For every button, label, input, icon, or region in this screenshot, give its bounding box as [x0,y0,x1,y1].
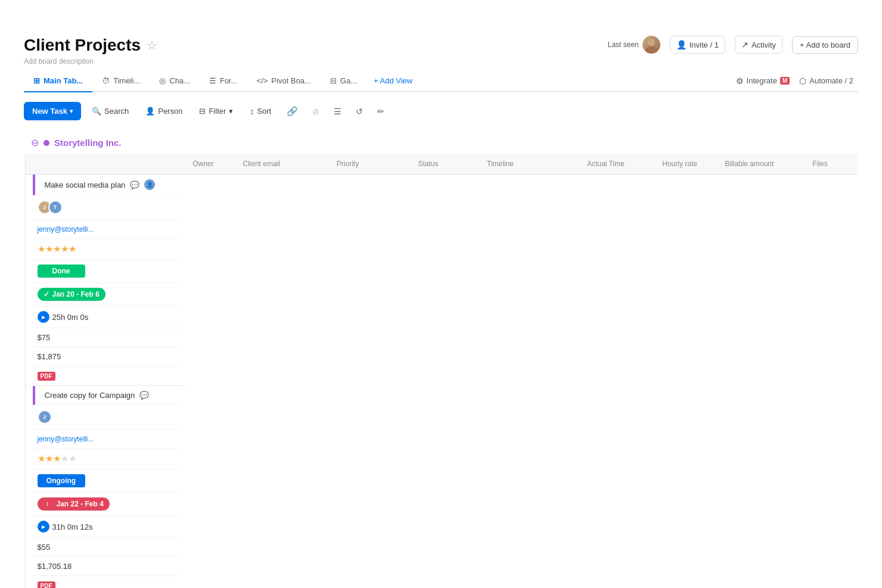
filter-button[interactable]: ⊟ Filter ▾ [193,103,239,119]
add-view-button[interactable]: + Add View [367,70,420,91]
th-owner: Owner [188,154,238,175]
comment-icon-1[interactable]: 💬 [130,181,139,189]
status-badge-1[interactable]: Done [38,265,85,278]
group1-name[interactable]: Storytelling Inc. [54,138,122,148]
tab-chart-icon: ◎ [159,76,166,85]
brush-icon[interactable]: ✏ [372,103,389,120]
last-seen: Last seen [608,36,660,54]
favorite-icon[interactable]: ☆ [147,38,157,52]
last-seen-label: Last seen [608,41,639,49]
tab-timeline-label: Timeli... [113,76,140,85]
tabs-bar: ⊞ Main Tab... ⏱ Timeli... ◎ Cha... ☰ For… [24,70,858,92]
tab-gantt[interactable]: ⊟ Ga... [321,70,367,92]
tab-gantt-label: Ga... [340,76,357,85]
stars-2[interactable]: ★★★★★ [38,455,76,463]
th-task-name [25,154,188,175]
link-icon[interactable]: 🔗 [282,102,303,120]
timer-play-2[interactable]: ▶ [38,521,49,533]
email-link-1[interactable]: jenny@storytelli... [38,225,94,234]
tab-form-label: For... [220,76,238,85]
invite-label: Invite / 1 [690,41,719,49]
td-actual-1: ▶ 25h 0m 0s [33,306,181,328]
timeline-pill-2[interactable]: ! Jan 22 - Feb 4 [38,497,110,511]
pdf-icon-1[interactable]: PDF [38,372,55,381]
status-badge-2[interactable]: Ongoing [38,474,85,487]
actual-time-2: 31h 0m 12s [52,522,93,531]
table-row: Make social media plan 💬 👤 J T jenny@s [26,175,188,386]
sort-label: Sort [257,107,271,116]
activity-button[interactable]: ↗ Activity [735,36,782,54]
new-task-dropdown-arrow: ▾ [70,108,73,114]
person-icon: 👤 [676,40,687,49]
timeline-pill-1[interactable]: ✓ Jan 20 - Feb 6 [38,288,105,301]
td-task-name: Make social media plan 💬 👤 [33,175,181,195]
td-email-2: jenny@storytelli... [33,430,181,449]
pdf-icon-2[interactable]: PDF [38,581,55,588]
add-board-label: + Add to board [800,41,850,49]
comment-icon-2[interactable]: 💬 [139,391,149,400]
td-timeline-1: ✓ Jan 20 - Feb 6 [33,283,181,306]
toolbar: New Task ▾ 🔍 Search 👤 Person ⊟ Filter ▾ … [24,102,858,120]
group1-table-container: Owner Client email Priority Status Timel… [24,153,858,588]
row-height-icon[interactable]: ☰ [329,103,346,120]
tab-main[interactable]: ⊞ Main Tab... [24,70,92,92]
group1-column-headers: Owner Client email Priority Status Timel… [25,154,858,175]
person-indicator-1: 👤 [144,179,155,190]
search-button[interactable]: 🔍 Search [86,103,135,119]
task-name-1[interactable]: Make social media plan [45,181,126,189]
actual-time-1: 25h 0m 0s [52,313,89,322]
person-filter-button[interactable]: 👤 Person [139,103,188,119]
invite-button[interactable]: 👤 Invite / 1 [670,36,725,54]
svg-point-1 [645,46,657,54]
td-files-1: PDF [33,366,181,385]
search-label: Search [104,107,129,116]
th-actual-time: Actual Time [582,154,657,175]
th-priority: Priority [332,154,414,175]
td-priority-1: ★★★★★ [33,239,181,260]
th-hourly-rate: Hourly rate [657,154,720,175]
integrate-label: Integrate [747,76,777,85]
timer-play-1[interactable]: ▶ [38,311,49,323]
filter-dropdown-arrow: ▾ [229,107,233,116]
tab-pivot-icon: </> [257,76,268,85]
expand-icon[interactable]: ↺ [351,103,368,120]
new-task-button[interactable]: New Task ▾ [24,102,81,120]
billable-1: $1,875 [38,352,61,361]
hourly-2: $55 [38,543,51,552]
tab-main-label: Main Tab... [44,76,83,85]
sort-button[interactable]: ↕ Sort [244,103,277,120]
email-link-2[interactable]: jenny@storytelli... [38,435,94,443]
td-task-name-2: Create copy for Campaign 💬 [33,386,181,405]
td-status-1: Done [33,260,181,283]
automate-button[interactable]: ⬡ Automate / 2 [799,76,853,86]
tab-pivot[interactable]: </> Pivot Boa... [247,70,321,92]
task-name-2[interactable]: Create copy for Campaign [45,391,135,400]
td-owner-2: J [33,405,181,430]
group-storytelling: ⊖ Storytelling Inc. Owner Client email P… [24,132,858,588]
eye-icon[interactable]: ⊘ [308,103,324,120]
avatar [642,36,660,54]
tab-timeline[interactable]: ⏱ Timeli... [92,70,150,92]
activity-label: Activity [751,41,776,49]
td-status-2: Ongoing [33,469,181,493]
td-billable-2: $1,705.18 [33,557,181,576]
person-filter-icon: 👤 [145,107,155,116]
tab-chart[interactable]: ◎ Cha... [150,70,200,92]
billable-2: $1,705.18 [38,562,72,571]
gmail-badge: M [780,77,790,85]
add-board-button[interactable]: + Add to board [792,36,858,54]
tab-form[interactable]: ☰ For... [200,70,247,92]
tab-form-icon: ☰ [209,76,216,85]
tab-chart-label: Cha... [169,76,190,85]
board-description[interactable]: Add board description [24,57,157,66]
group1-toggle[interactable]: ⊖ [31,137,39,148]
group1-header: ⊖ Storytelling Inc. [24,132,858,153]
integrate-button[interactable]: ⚙ Integrate M [736,76,790,86]
tab-timeline-icon: ⏱ [102,76,110,85]
stars-1[interactable]: ★★★★★ [38,244,76,254]
new-task-label: New Task [32,107,67,116]
th-billable: Billable amount [720,154,808,175]
th-timeline: Timeline [482,154,582,175]
owner-avatar: J [38,410,52,424]
timeline-check-1: ✓ [44,290,49,298]
